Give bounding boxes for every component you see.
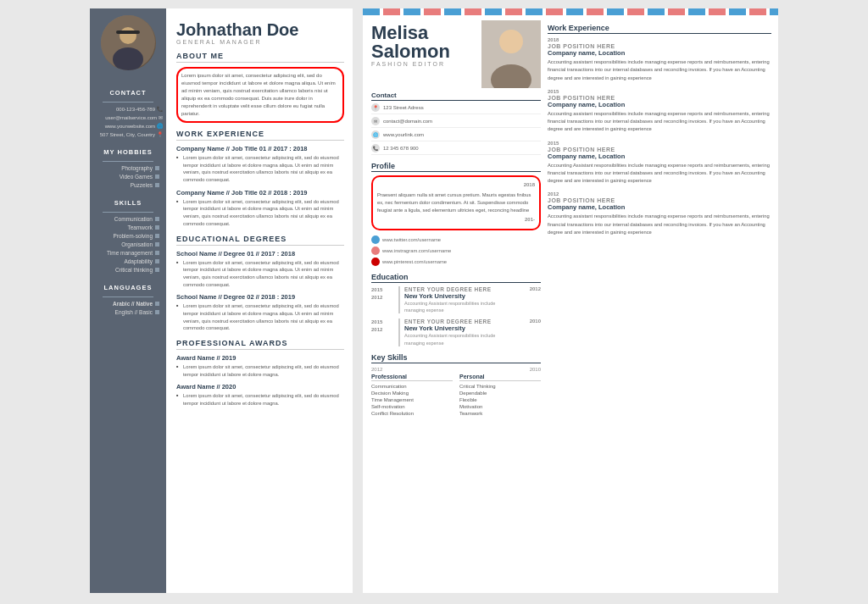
avatar-right [481, 20, 541, 88]
skill-organisation: Organisation [90, 241, 166, 247]
we-year-1: 2018 [548, 37, 771, 42]
profile-text: 2018 Praesent aliquam nulla sit amet cur… [371, 175, 541, 230]
right-right-col: Work Experience 2018 JOB POSITION HERE C… [548, 24, 771, 586]
work-heading: WORK EXPERIENCE [176, 130, 344, 141]
dot [155, 310, 159, 314]
right-left-col: Melisa Salomon FASHION EDITOR Contact [371, 24, 541, 586]
pinterest-icon [371, 258, 380, 266]
we-entry-4: 2012 JOB POSITION HERE Company name, Loc… [548, 191, 771, 236]
about-heading: ABOUT ME [176, 52, 344, 63]
skill-adaptability: Adaptability [90, 258, 166, 264]
r-address: 📍 123 Street Adress [371, 103, 541, 114]
contact-section-title: CONTACT [90, 89, 166, 97]
hobby-photography: Photography [90, 165, 166, 171]
right-body: Melisa Salomon FASHION EDITOR Contact [363, 15, 778, 593]
skill-communication: Communication [90, 216, 166, 222]
dot [155, 259, 159, 263]
languages-section-title: LANGUAGES [90, 284, 166, 291]
work-entry-1: Company Name // Job Title 01 // 2017 : 2… [176, 145, 344, 184]
work-title-2: Company Name // Job Title 02 // 2018 : 2… [176, 189, 344, 197]
we-company-4: Company name, Location [548, 203, 771, 211]
work-desc-2: Lorem ipsum dolor sit amet, consectetur … [176, 198, 344, 228]
address-contact: 507 Street, City, Country 📍 [90, 131, 166, 137]
social-instagram: www.instragram.com/username [371, 247, 541, 255]
we-desc-4: Accounting assistant responsibilities in… [548, 213, 771, 236]
dot [155, 225, 159, 230]
we-desc-3: Accounting Assistant responsibilities in… [548, 162, 771, 186]
avatar [101, 15, 156, 70]
r-email-icon: ✉ [371, 117, 380, 125]
we-job-1: JOB POSITION HERE [548, 43, 771, 49]
social-twitter: www.twitter.com/username [371, 236, 541, 244]
edu-year-2: 2015 2012 [371, 319, 395, 346]
left-sidebar: CONTACT 000-123-456-789 📞 user@mailservi… [90, 8, 166, 593]
dot [155, 175, 159, 179]
dot [155, 302, 159, 306]
edu-content-1: ENTER YOUR DEGREE HERE New York Universi… [398, 286, 514, 314]
website-icon: 🌐 [157, 123, 163, 129]
contact-title: Contact [371, 91, 541, 101]
skill-timemanagement: Time management [90, 250, 166, 256]
edu-title-2: School Name // Degree 02 // 2018 : 2019 [176, 293, 344, 301]
we-job-4: JOB POSITION HERE [548, 197, 771, 203]
we-company-2: Company name, Location [548, 101, 771, 108]
phone-contact: 000-123-456-789 📞 [90, 106, 166, 112]
lang-english: English // Basic [90, 309, 166, 315]
we-year-4: 2012 [548, 191, 771, 197]
edu-right-year-2: 2010 [517, 319, 541, 346]
dot [155, 217, 159, 221]
website-contact: www.yourwebsite.com 🌐 [90, 123, 166, 129]
key-skills-year-2: 2010 [517, 367, 541, 372]
twitter-icon [371, 236, 380, 244]
we-job-3: JOB POSITION HERE [548, 147, 771, 152]
left-main-content: Johnathan Doe GENERAL MANAGER ABOUT ME L… [166, 8, 353, 593]
key-skills-year-1: 2012 [371, 367, 395, 372]
phone-icon: 📞 [157, 106, 163, 112]
left-resume: CONTACT 000-123-456-789 📞 user@mailservi… [90, 8, 353, 593]
edu-desc-1: Lorem ipsum dolor sit amet, consectetur … [176, 259, 344, 289]
r-website-icon: 🌐 [371, 130, 380, 139]
we-entry-2: 2015 JOB POSITION HERE Company name, Loc… [548, 89, 771, 134]
divider [103, 102, 153, 103]
dot [155, 268, 159, 272]
instagram-icon [371, 247, 380, 255]
we-company-3: Company name, Location [548, 152, 771, 160]
svg-rect-4 [116, 30, 140, 34]
dot [155, 166, 159, 170]
edu-desc-2: Lorem ipsum dolor sit amet, consectetur … [176, 302, 344, 332]
skills-section-title: SKILLS [90, 199, 166, 207]
dot [155, 234, 159, 238]
profile-title: Profile [371, 162, 541, 172]
hobby-videogames: Video Games [90, 174, 166, 180]
dot [155, 242, 159, 247]
key-skills-title: Key Skills [371, 353, 541, 363]
skill-criticalthinking: Critical thinking [90, 267, 166, 273]
r-name-line2: Salomon [371, 42, 475, 61]
award-entry-2: Award Name // 2020 Lorem ipsum dolor sit… [176, 383, 344, 407]
we-section-title: Work Experience [548, 24, 771, 34]
edu-entry-r-1: 2015 2012 ENTER YOUR DEGREE HERE New Yor… [371, 286, 541, 314]
dot [155, 251, 159, 255]
we-desc-1: Accounting assistant responsibilities in… [548, 58, 771, 82]
social-pinterest: www.pinterest.com/username [371, 258, 541, 266]
email-icon: ✉ [159, 114, 163, 120]
hobbies-section-title: MY HOBBIES [90, 148, 166, 156]
skills-grid: Professional Communication Decision Maki… [371, 374, 541, 418]
lang-arabic: Arabic // Native [90, 301, 166, 307]
education-heading: EDUCATIONAL DEGREES [176, 235, 344, 246]
edu-entry-2: School Name // Degree 02 // 2018 : 2019 … [176, 293, 344, 332]
we-desc-2: Accounting assistant responsibilities in… [548, 110, 771, 134]
we-year-3: 2015 [548, 141, 771, 146]
edu-content-2: ENTER YOUR DEGREE HERE New York Universi… [398, 319, 514, 346]
edu-right-year-1: 2012 [517, 286, 541, 314]
divider [103, 161, 153, 162]
applicant-name: Johnathan Doe [176, 20, 344, 39]
r-phone-icon: 📞 [371, 144, 380, 152]
award-desc-1: Lorem ipsum dolor sit amet, consectetur … [176, 363, 344, 378]
skills-personal-col: Personal Critical Thinking Dependable Fl… [459, 374, 541, 418]
education-title: Education [371, 273, 541, 283]
award-entry-1: Award Name // 2019 Lorem ipsum dolor sit… [176, 354, 344, 378]
email-contact: user@mailservice.com ✉ [90, 114, 166, 120]
r-email: ✉ contact@domain.com [371, 117, 541, 128]
award-desc-2: Lorem ipsum dolor sit amet, consectetur … [176, 392, 344, 407]
